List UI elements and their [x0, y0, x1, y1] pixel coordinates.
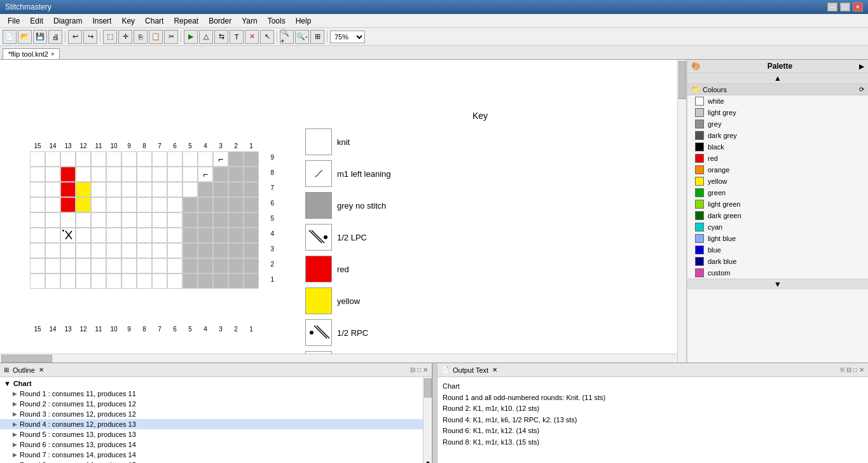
colours-refresh-btn[interactable]: ⟳ — [859, 86, 864, 93]
colour-black[interactable]: black — [687, 141, 868, 153]
outline-round-8[interactable]: ▶ Round 8 : consumes 14, produces 15 — [0, 460, 432, 463]
close-btn[interactable]: ✕ — [853, 3, 863, 11]
vertical-scrollbar[interactable] — [677, 60, 686, 363]
menu-file[interactable]: File — [3, 15, 25, 27]
outline-panel: ⊞ Outline ✕ ⊟ □ ✕ ▼ Chart ▶ Round 1 : co… — [0, 363, 432, 463]
key-row-grey-no-stitch: grey no stitch — [305, 192, 655, 219]
outline-round-1[interactable]: ▶ Round 1 : consumes 11, produces 11 — [0, 389, 432, 399]
colour-dark-blue[interactable]: dark blue — [687, 256, 868, 267]
scroll-thumb-v[interactable] — [679, 61, 686, 99]
swatch-white — [695, 97, 704, 106]
outline-round-6[interactable]: ▶ Round 6 : consumes 13, produces 14 — [0, 439, 432, 450]
menu-border[interactable]: Border — [203, 15, 237, 27]
tab-flip-tool[interactable]: *flip tool.knt2 × — [3, 48, 60, 59]
shape-btn[interactable]: △ — [199, 30, 213, 44]
outline-collapse-btn[interactable]: ⊟ — [410, 366, 415, 373]
outline-round-2[interactable]: ▶ Round 2 : consumes 11, produces 12 — [0, 399, 432, 409]
svg-point-5 — [310, 331, 313, 335]
tab-close-btn[interactable]: × — [51, 51, 54, 57]
outline-root[interactable]: ▼ Chart — [0, 378, 432, 389]
output-pin-btn[interactable]: ✕ — [859, 366, 864, 373]
output-close-btn[interactable]: ✕ — [492, 366, 497, 373]
select-btn[interactable]: ⬚ — [103, 30, 117, 44]
zoom-in-btn[interactable]: 🔍+ — [280, 30, 294, 44]
menu-yarn[interactable]: Yarn — [237, 15, 262, 27]
scroll-thumb-h[interactable] — [1, 355, 52, 363]
key-row-lpc: 1/2 LPC — [305, 224, 655, 251]
output-collapse-btn[interactable]: ⊟ — [846, 366, 851, 373]
tree-arrow-6: ▶ — [13, 441, 17, 448]
zoom-fit-btn[interactable]: ⊞ — [310, 30, 324, 44]
menu-diagram[interactable]: Diagram — [48, 15, 87, 27]
palette-scroll-up[interactable]: ▲ — [687, 73, 868, 84]
colour-light-blue[interactable]: light blue — [687, 233, 868, 244]
panel-divider[interactable]: ⋮ — [432, 363, 437, 463]
toolbar: 📄 📂 💾 🖨 ↩ ↪ ⬚ ✛ ⎘ 📋 ✂ ▶ △ ⇆ T ✕ ↖ 🔍+ 🔍- … — [0, 28, 868, 46]
menu-repeat[interactable]: Repeat — [169, 15, 203, 27]
colour-cyan[interactable]: cyan — [687, 221, 868, 233]
delete-btn[interactable]: ✕ — [245, 30, 259, 44]
colour-custom[interactable]: custom — [687, 267, 868, 279]
colour-name-white: white — [708, 97, 724, 105]
colour-red[interactable]: red — [687, 153, 868, 164]
swatch-orange — [695, 165, 704, 174]
outline-close-btn[interactable]: ✕ — [39, 366, 44, 373]
colour-yellow[interactable]: yellow — [687, 176, 868, 187]
output-maximize-btn[interactable]: □ — [853, 366, 857, 373]
outline-round-7[interactable]: ▶ Round 7 : consumes 14, produces 14 — [0, 450, 432, 460]
output-copy-btn[interactable]: ⎘ — [841, 366, 844, 373]
outline-scroll-down-btn[interactable]: ▼ — [424, 459, 432, 463]
redo-btn[interactable]: ↪ — [83, 30, 97, 44]
copy-btn[interactable]: ⎘ — [134, 30, 148, 44]
paste-btn[interactable]: 📋 — [149, 30, 163, 44]
outline-maximize-btn[interactable]: □ — [417, 366, 421, 373]
colour-grey[interactable]: grey — [687, 118, 868, 130]
open-btn[interactable]: 📂 — [18, 30, 32, 44]
colours-section-header[interactable]: 📁 Colours ⟳ — [687, 84, 868, 95]
output-panel: 📄 Output Text ✕ ⎘ ⊟ □ ✕ Chart Round 1 an… — [437, 363, 868, 463]
colour-light-grey[interactable]: light grey — [687, 107, 868, 118]
play-btn[interactable]: ▶ — [184, 30, 198, 44]
flip-btn[interactable]: ⇆ — [214, 30, 228, 44]
move-btn[interactable]: ✛ — [118, 30, 132, 44]
zoom-select[interactable]: 50% 75% 100% 125% 150% — [330, 31, 365, 43]
minimize-btn[interactable]: ─ — [827, 3, 837, 11]
menu-edit[interactable]: Edit — [25, 15, 48, 27]
colour-light-green[interactable]: light green — [687, 198, 868, 210]
colour-blue[interactable]: blue — [687, 244, 868, 256]
palette-scroll-down[interactable]: ▼ — [687, 279, 868, 289]
outline-pin-btn[interactable]: ✕ — [423, 366, 428, 373]
output-line-4: Round 6: K1, m1r, k12. (14 sts) — [443, 425, 863, 437]
menu-insert[interactable]: Insert — [87, 15, 116, 27]
colour-green[interactable]: green — [687, 187, 868, 198]
colour-name-dark-grey: dark grey — [708, 132, 737, 139]
menu-key[interactable]: Key — [116, 15, 140, 27]
save-btn[interactable]: 💾 — [33, 30, 47, 44]
outline-round-4[interactable]: ▶ Round 4 : consumes 12, produces 13 — [0, 419, 432, 429]
colour-white[interactable]: white — [687, 95, 868, 107]
menu-help[interactable]: Help — [291, 15, 317, 27]
new-btn[interactable]: 📄 — [3, 30, 17, 44]
palette-expand-btn[interactable]: ▶ — [859, 63, 864, 70]
outline-scroll-thumb[interactable] — [424, 378, 432, 397]
colour-orange[interactable]: orange — [687, 164, 868, 176]
key-label-m1l: m1 left leaning — [337, 169, 391, 179]
round-5-label: Round 5 : consumes 13, produces 13 — [20, 431, 136, 438]
output-text: Chart Round 1 and all odd-numbered round… — [437, 378, 868, 451]
text-btn[interactable]: T — [230, 30, 244, 44]
print-btn[interactable]: 🖨 — [48, 30, 62, 44]
menu-tools[interactable]: Tools — [263, 15, 291, 27]
outline-scrollbar[interactable]: ▼ — [423, 377, 432, 463]
outline-round-5[interactable]: ▶ Round 5 : consumes 13, produces 13 — [0, 429, 432, 439]
outline-round-3[interactable]: ▶ Round 3 : consumes 12, produces 12 — [0, 409, 432, 419]
colour-dark-grey[interactable]: dark grey — [687, 130, 868, 141]
maximize-btn[interactable]: □ — [840, 3, 850, 11]
zoom-out-btn[interactable]: 🔍- — [295, 30, 309, 44]
menu-chart[interactable]: Chart — [140, 15, 169, 27]
cut-btn[interactable]: ✂ — [164, 30, 178, 44]
horizontal-scrollbar[interactable] — [0, 354, 677, 363]
cursor-btn[interactable]: ↖ — [260, 30, 274, 44]
canvas-area[interactable]: 15 14 13 12 11 10 9 8 7 6 5 4 3 2 1 15 1… — [0, 60, 687, 363]
undo-btn[interactable]: ↩ — [68, 30, 82, 44]
colour-dark-green[interactable]: dark green — [687, 210, 868, 221]
